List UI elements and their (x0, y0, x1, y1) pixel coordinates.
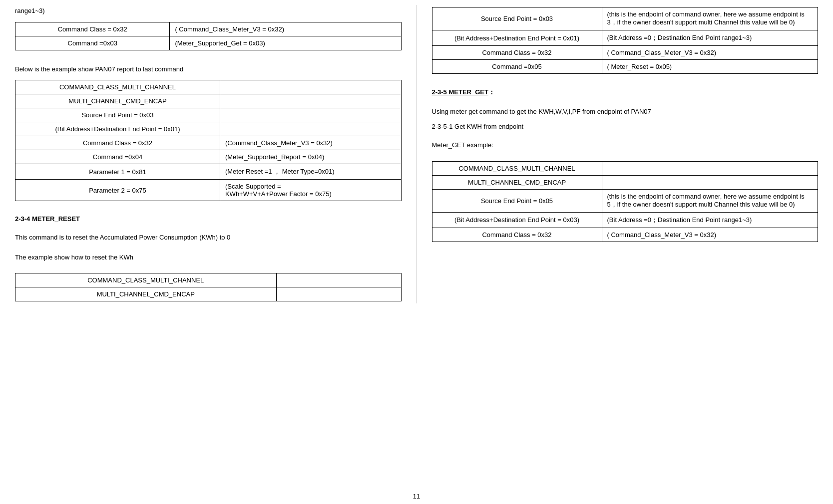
cell-cmd-05-val: ( Meter_Reset = 0x05) (602, 60, 818, 74)
section-234-text2: The example show how to reset the KWh (15, 252, 402, 263)
cell-cc-multi-get: COMMAND_CLASS_MULTI_CHANNEL (432, 161, 602, 175)
cell-bit-addr-get: (Bit Address+Destination End Point = 0x0… (432, 212, 602, 228)
cell-empty-4 (220, 122, 401, 136)
cell-empty-3 (220, 108, 401, 122)
table-row: (Bit Address+Destination End Point = 0x0… (432, 212, 818, 228)
right-column: Source End Point = 0x03 (this is the end… (432, 5, 819, 303)
cell-empty-1 (220, 80, 401, 94)
table-row: Command =0x05 ( Meter_Reset = 0x05) (432, 60, 818, 74)
section-235-text1: Using meter get command to get the KWH,W… (432, 106, 819, 118)
cell-source-end-point: Source End Point = 0x03 (15, 108, 220, 122)
cell-bit-addr-r1: (Bit Address+Destination End Point = 0x0… (432, 30, 602, 46)
table-row: Source End Point = 0x05 (this is the end… (432, 189, 818, 212)
cell-command-value: (Meter_Supported_Get = 0x03) (170, 36, 401, 50)
cell-bit-addr-get-val: (Bit Address =0；Destination End Point ra… (602, 212, 818, 228)
cell-multi-cmd-encap: MULTI_CHANNEL_CMD_ENCAP (15, 94, 220, 108)
section-234-heading: 2-3-4 METER_RESET (15, 213, 402, 224)
cell-cmd-class-get: Command Class = 0x32 (432, 228, 602, 242)
cell-cmd-class-r1-val: ( Command_Class_Meter_V3 = 0x32) (602, 46, 818, 60)
table-multichannel-report: COMMAND_CLASS_MULTI_CHANNEL MULTI_CHANNE… (15, 80, 402, 201)
table-row: Command Class = 0x32 ( Command_Class_Met… (432, 46, 818, 60)
column-separator (416, 5, 417, 303)
table-row: (Bit Address+Destination End Point = 0x0… (432, 30, 818, 46)
cell-param1-val: (Meter Reset =1 ， Meter Type=0x01) (220, 164, 401, 180)
cell-command-class-value: ( Command_Class_Meter_V3 = 0x32) (170, 22, 401, 36)
table-row: Command Class = 0x32 ( Command_Class_Met… (15, 22, 402, 36)
cell-cmd-class-r1: Command Class = 0x32 (432, 46, 602, 60)
section-234-text1: This command is to reset the Accumulated… (15, 232, 402, 244)
cell-cmd-class2: Command Class = 0x32 (15, 136, 220, 150)
cell-param2-val: (Scale Supported =KWh+W+V+A+Power Factor… (220, 180, 401, 201)
table-row: Command Class = 0x32 (Command_Class_Mete… (15, 136, 402, 150)
example-text: Below is the example show PAN07 report t… (15, 63, 402, 75)
cell-cmd-04: Command =0x04 (15, 150, 220, 164)
cell-source-ep-r1-val: (this is the endpoint of command owner, … (602, 7, 818, 30)
cell-cmd-class2-val: (Command_Class_Meter_V3 = 0x32) (220, 136, 401, 150)
section-235-heading: 2-3-5 METER_GET： (432, 86, 819, 98)
cell-bit-addr-r1-val: (Bit Address =0；Destination End Point ra… (602, 30, 818, 46)
meter-get-label: Meter_GET example: (432, 139, 819, 151)
cell-multi-cmd-encap-get: MULTI_CHANNEL_CMD_ENCAP (432, 175, 602, 189)
section-235-text2: 2-3-5-1 Get KWH from endpoint (432, 121, 819, 133)
page-footer: 11 (0, 493, 833, 500)
table-row: Parameter 2 = 0x75 (Scale Supported =KWh… (15, 180, 402, 201)
table-row: COMMAND_CLASS_MULTI_CHANNEL (15, 273, 402, 287)
cell-source-ep-get-val: (this is the endpoint of command owner, … (602, 189, 818, 212)
table-row: MULTI_CHANNEL_CMD_ENCAP (15, 287, 402, 301)
cell-param1: Parameter 1 = 0x81 (15, 164, 220, 180)
cell-command: Command =0x03 (15, 36, 170, 50)
table-meter-get: COMMAND_CLASS_MULTI_CHANNEL MULTI_CHANNE… (432, 161, 819, 242)
table-row: Command Class = 0x32 ( Command_Class_Met… (432, 228, 818, 242)
table-row: Source End Point = 0x03 (this is the end… (432, 7, 818, 30)
cell-empty-reset-2 (276, 287, 401, 301)
cell-source-ep-get: Source End Point = 0x05 (432, 189, 602, 212)
cell-cc-multi-reset: COMMAND_CLASS_MULTI_CHANNEL (15, 273, 277, 287)
cell-bit-addr-dest: (Bit Address+Destination End Point = 0x0… (15, 122, 220, 136)
cell-command-class-multi: COMMAND_CLASS_MULTI_CHANNEL (15, 80, 220, 94)
page-content: range1~3) Command Class = 0x32 ( Command… (0, 0, 833, 308)
table-right-top: Source End Point = 0x03 (this is the end… (432, 7, 819, 74)
table-row: MULTI_CHANNEL_CMD_ENCAP (15, 94, 402, 108)
range-text: range1~3) (15, 5, 402, 17)
cell-empty-2 (220, 94, 401, 108)
table-row: Command =0x04 (Meter_Supported_Report = … (15, 150, 402, 164)
table-row: Source End Point = 0x03 (15, 108, 402, 122)
page-number: 11 (413, 493, 420, 500)
table-row: (Bit Address+Destination End Point = 0x0… (15, 122, 402, 136)
cell-cmd-class-get-val: ( Command_Class_Meter_V3 = 0x32) (602, 228, 818, 242)
section-235-heading-underline: 2-3-5 METER_GET (432, 88, 488, 96)
cell-param2: Parameter 2 = 0x75 (15, 180, 220, 201)
cell-cmd-05: Command =0x05 (432, 60, 602, 74)
cell-empty-get-1 (602, 161, 818, 175)
cell-multi-cmd-encap-reset: MULTI_CHANNEL_CMD_ENCAP (15, 287, 277, 301)
left-column: range1~3) Command Class = 0x32 ( Command… (15, 5, 402, 303)
table-row: MULTI_CHANNEL_CMD_ENCAP (432, 175, 818, 189)
cell-cmd-04-val: (Meter_Supported_Report = 0x04) (220, 150, 401, 164)
table-row: COMMAND_CLASS_MULTI_CHANNEL (15, 80, 402, 94)
table-command-class-1: Command Class = 0x32 ( Command_Class_Met… (15, 22, 402, 50)
cell-command-class: Command Class = 0x32 (15, 22, 170, 36)
cell-source-ep-r1: Source End Point = 0x03 (432, 7, 602, 30)
table-row: COMMAND_CLASS_MULTI_CHANNEL (432, 161, 818, 175)
table-row: Parameter 1 = 0x81 (Meter Reset =1 ， Met… (15, 164, 402, 180)
table-meter-reset: COMMAND_CLASS_MULTI_CHANNEL MULTI_CHANNE… (15, 273, 402, 301)
cell-empty-get-2 (602, 175, 818, 189)
cell-empty-reset-1 (276, 273, 401, 287)
table-row: Command =0x03 (Meter_Supported_Get = 0x0… (15, 36, 402, 50)
